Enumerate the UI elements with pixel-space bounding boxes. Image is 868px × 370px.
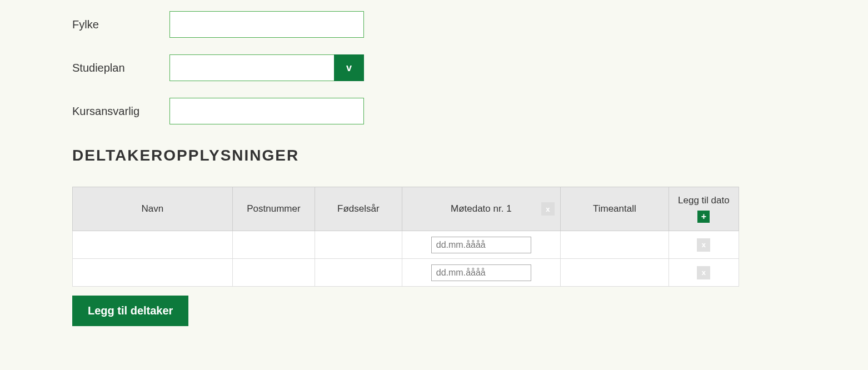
- header-navn: Navn: [73, 187, 233, 231]
- close-icon: x: [702, 268, 706, 277]
- navn-input[interactable]: [77, 237, 228, 253]
- kursansvarlig-input[interactable]: [169, 98, 364, 124]
- chevron-down-icon: v: [346, 62, 352, 74]
- close-icon: x: [702, 241, 706, 249]
- studieplan-input[interactable]: [169, 54, 334, 81]
- close-icon: x: [546, 205, 550, 213]
- remove-row-button[interactable]: x: [697, 266, 710, 279]
- motedato-header-text: Møtedato nr. 1: [451, 203, 512, 214]
- studieplan-toggle-button[interactable]: v: [334, 54, 364, 81]
- header-postnummer: Postnummer: [232, 187, 315, 231]
- motedato-input[interactable]: [431, 237, 531, 253]
- plus-icon: +: [701, 212, 706, 222]
- header-timeantall: Timeantall: [560, 187, 669, 231]
- kursansvarlig-label: Kursansvarlig: [72, 105, 169, 118]
- timeantall-input[interactable]: [565, 237, 664, 253]
- fylke-input[interactable]: [169, 11, 364, 38]
- remove-date-column-button[interactable]: x: [541, 202, 555, 216]
- header-fodselsaar: Fødselsår: [315, 187, 402, 231]
- table-row: x: [73, 231, 739, 259]
- add-participant-button[interactable]: Legg til deltaker: [72, 296, 188, 326]
- header-leggtil: Legg til dato +: [669, 187, 739, 231]
- add-date-column-button[interactable]: +: [697, 211, 710, 223]
- leggtil-header-text: Legg til dato: [678, 195, 730, 206]
- participants-heading: DELTAKEROPPLYSNINGER: [72, 147, 796, 164]
- fodselsaar-input[interactable]: [320, 264, 397, 281]
- remove-row-button[interactable]: x: [697, 238, 710, 252]
- navn-input[interactable]: [77, 264, 228, 281]
- postnummer-input[interactable]: [237, 264, 310, 281]
- studieplan-dropdown[interactable]: v: [169, 54, 364, 81]
- motedato-input[interactable]: [431, 264, 531, 281]
- fodselsaar-input[interactable]: [320, 237, 397, 253]
- timeantall-input[interactable]: [565, 264, 664, 281]
- table-row: x: [73, 259, 739, 287]
- participants-table: Navn Postnummer Fødselsår Møtedato nr. 1…: [72, 187, 739, 287]
- studieplan-label: Studieplan: [72, 62, 169, 74]
- fylke-label: Fylke: [72, 18, 169, 31]
- postnummer-input[interactable]: [237, 237, 310, 253]
- header-motedato: Møtedato nr. 1 x: [402, 187, 560, 231]
